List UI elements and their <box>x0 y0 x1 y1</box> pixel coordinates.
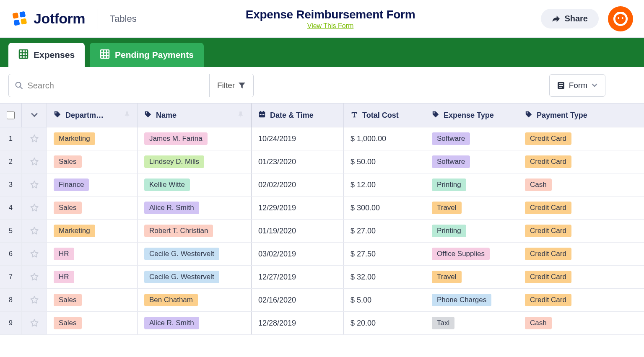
cell-payment[interactable]: Cash <box>518 312 644 334</box>
tag[interactable]: Cash <box>525 317 552 329</box>
form-menu-button[interactable]: Form <box>549 74 605 97</box>
cell-expense[interactable]: Printing <box>425 173 518 196</box>
tag[interactable]: Printing <box>432 178 466 191</box>
tag[interactable]: HR <box>54 248 74 260</box>
cell-expense[interactable]: Software <box>425 150 518 173</box>
tab-expenses[interactable]: Expenses <box>8 43 85 67</box>
cell-date[interactable]: 01/19/2020 <box>252 220 344 242</box>
table-row[interactable]: 5MarketingRobert T. Christian01/19/2020$… <box>0 220 644 243</box>
filter-button[interactable]: Filter <box>209 74 253 97</box>
table-row[interactable]: 6HRCecile G. Westervelt03/02/2019$ 27.50… <box>0 243 644 266</box>
cell-cost[interactable]: $ 5.00 <box>344 289 425 311</box>
cell-expense[interactable]: Taxi <box>425 312 518 334</box>
tag[interactable]: Software <box>432 132 470 145</box>
tag[interactable]: Credit Card <box>525 248 571 260</box>
table-row[interactable]: 2SalesLindsey D. Mills01/23/2020$ 50.00S… <box>0 150 644 173</box>
cell-department[interactable]: Sales <box>47 289 138 311</box>
row-star[interactable] <box>22 266 47 288</box>
cell-expense[interactable]: Travel <box>425 266 518 288</box>
column-header-date[interactable]: Date & Time <box>252 103 344 127</box>
tag[interactable]: Robert T. Christian <box>144 225 213 237</box>
tag[interactable]: HR <box>54 271 74 283</box>
logo[interactable]: Jotform <box>12 10 85 27</box>
cell-payment[interactable]: Cash <box>518 173 644 196</box>
column-header-expense[interactable]: Expense Type <box>425 103 518 127</box>
cell-department[interactable]: HR <box>47 266 138 288</box>
row-star[interactable] <box>22 312 47 334</box>
tag[interactable]: Credit Card <box>525 202 571 214</box>
column-header-name[interactable]: Name <box>138 103 252 127</box>
tag[interactable]: Marketing <box>54 132 95 145</box>
tag[interactable]: Sales <box>54 202 82 214</box>
tab-pending-payments[interactable]: Pending Payments <box>90 43 204 67</box>
cell-name[interactable]: Lindsey D. Mills <box>138 150 252 173</box>
tag[interactable]: Travel <box>432 202 462 214</box>
tag[interactable]: Phone Charges <box>432 294 491 306</box>
row-star[interactable] <box>22 243 47 265</box>
cell-department[interactable]: Marketing <box>47 127 138 150</box>
tag[interactable]: Credit Card <box>525 294 571 306</box>
tag[interactable]: Office Supplies <box>432 248 490 260</box>
tag[interactable]: Sales <box>54 294 82 306</box>
table-row[interactable]: 1MarketingJames M. Farina10/24/2019$ 1,0… <box>0 127 644 150</box>
tag[interactable]: Printing <box>432 225 466 237</box>
cell-date[interactable]: 01/23/2020 <box>252 150 344 173</box>
cell-expense[interactable]: Printing <box>425 220 518 242</box>
cell-name[interactable]: Robert T. Christian <box>138 220 252 242</box>
cell-cost[interactable]: $ 1,000.00 <box>344 127 425 150</box>
cell-expense[interactable]: Software <box>425 127 518 150</box>
cell-department[interactable]: Sales <box>47 197 138 219</box>
row-star[interactable] <box>22 289 47 311</box>
cell-date[interactable]: 12/28/2019 <box>252 312 344 334</box>
cell-payment[interactable]: Credit Card <box>518 127 644 150</box>
cell-cost[interactable]: $ 32.00 <box>344 266 425 288</box>
table-row[interactable]: 9SalesAlice R. Smith12/28/2019$ 20.00Tax… <box>0 312 644 335</box>
cell-name[interactable]: Cecile G. Westervelt <box>138 266 252 288</box>
view-form-link[interactable]: View This Form <box>307 22 354 30</box>
tag[interactable]: Alice R. Smith <box>144 317 199 329</box>
cell-payment[interactable]: Credit Card <box>518 266 644 288</box>
row-star[interactable] <box>22 150 47 173</box>
cell-cost[interactable]: $ 12.00 <box>344 173 425 196</box>
cell-expense[interactable]: Phone Charges <box>425 289 518 311</box>
tag[interactable]: Kellie Witte <box>144 178 190 191</box>
tag[interactable]: Taxi <box>432 317 454 329</box>
cell-payment[interactable]: Credit Card <box>518 197 644 219</box>
share-button[interactable]: Share <box>541 9 599 28</box>
tag[interactable]: Marketing <box>54 225 95 237</box>
tag[interactable]: Travel <box>432 271 462 283</box>
cell-cost[interactable]: $ 27.50 <box>344 243 425 265</box>
cell-department[interactable]: Finance <box>47 173 138 196</box>
tag[interactable]: Ben Chatham <box>144 294 198 306</box>
cell-name[interactable]: Alice R. Smith <box>138 197 252 219</box>
column-header-cost[interactable]: Total Cost <box>344 103 425 127</box>
cell-expense[interactable]: Travel <box>425 197 518 219</box>
cell-department[interactable]: Sales <box>47 150 138 173</box>
tag[interactable]: Lindsey D. Mills <box>144 155 204 168</box>
cell-payment[interactable]: Credit Card <box>518 150 644 173</box>
column-header-payment[interactable]: Payment Type <box>518 103 644 127</box>
cell-name[interactable]: Kellie Witte <box>138 173 252 196</box>
tag[interactable]: Cecile G. Westervelt <box>144 248 219 260</box>
pin-icon[interactable] <box>124 111 130 120</box>
search-box[interactable] <box>9 74 209 97</box>
tag[interactable]: Finance <box>54 178 89 191</box>
column-header-department[interactable]: Departm… <box>47 103 138 127</box>
header-expand-cell[interactable] <box>22 103 47 127</box>
tag[interactable]: Sales <box>54 155 82 168</box>
table-row[interactable]: 8SalesBen Chatham02/16/2020$ 5.00Phone C… <box>0 289 644 312</box>
table-row[interactable]: 7HRCecile G. Westervelt12/27/2019$ 32.00… <box>0 266 644 289</box>
cell-date[interactable]: 03/02/2019 <box>252 243 344 265</box>
cell-payment[interactable]: Credit Card <box>518 243 644 265</box>
cell-cost[interactable]: $ 27.00 <box>344 220 425 242</box>
cell-date[interactable]: 02/16/2020 <box>252 289 344 311</box>
row-star[interactable] <box>22 127 47 150</box>
cell-name[interactable]: Ben Chatham <box>138 289 252 311</box>
tag[interactable]: Sales <box>54 317 82 329</box>
select-all-checkbox[interactable] <box>7 111 15 119</box>
cell-payment[interactable]: Credit Card <box>518 220 644 242</box>
tag[interactable]: James M. Farina <box>144 132 208 145</box>
row-star[interactable] <box>22 173 47 196</box>
cell-date[interactable]: 12/27/2019 <box>252 266 344 288</box>
tag[interactable]: Cash <box>525 178 552 191</box>
